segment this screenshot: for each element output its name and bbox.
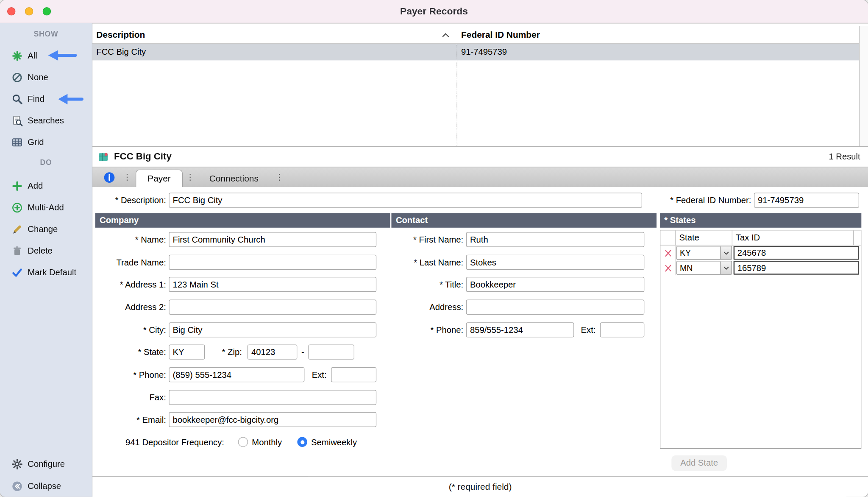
sidebar-section-show: SHOW <box>0 30 92 39</box>
plus-icon <box>11 180 22 191</box>
address1-label: * Address 1: <box>92 277 166 292</box>
address2-input[interactable] <box>169 300 376 315</box>
status-bar: (* required field) <box>92 476 868 497</box>
gear-icon <box>11 458 22 469</box>
sidebar-item-configure[interactable]: Configure <box>0 453 92 475</box>
contact-address-input[interactable] <box>466 300 645 315</box>
red-x-icon <box>664 248 672 257</box>
trade-name-input[interactable] <box>169 255 376 270</box>
sidebar-item-label: Collapse <box>28 481 61 491</box>
state-select-value: MN <box>677 261 720 274</box>
remove-state-button[interactable] <box>660 260 676 275</box>
zip-input[interactable] <box>248 344 298 359</box>
radio-monthly[interactable] <box>238 437 248 447</box>
sidebar-item-mark-default[interactable]: Mark Default <box>0 261 92 283</box>
tax-id-input[interactable] <box>734 261 859 275</box>
remove-state-button[interactable] <box>660 246 676 260</box>
contact-phone-ext-input[interactable] <box>600 322 644 337</box>
red-x-icon <box>664 263 672 272</box>
result-count: 1 Result <box>829 152 860 162</box>
contact-phone-ext-label: Ext: <box>563 322 595 337</box>
description-label: * Description: <box>92 193 166 208</box>
states-taxid-column-header: Tax ID <box>732 230 853 245</box>
column-header-federal-id[interactable]: Federal ID Number <box>457 30 868 40</box>
fax-input[interactable] <box>169 390 376 405</box>
column-header-label: Description <box>96 30 145 40</box>
contact-address-label: Address: <box>380 300 463 315</box>
city-label: * City: <box>92 322 166 337</box>
description-input[interactable] <box>169 193 642 208</box>
scrollbar-track[interactable] <box>859 26 868 146</box>
sidebar-item-label: Searches <box>28 115 64 126</box>
tab-connections[interactable]: Connections <box>197 170 271 188</box>
table-row-empty <box>92 127 859 143</box>
address1-input[interactable] <box>169 277 376 292</box>
company-phone-ext-input[interactable] <box>331 367 376 382</box>
federal-id-label: * Federal ID Number: <box>654 193 751 208</box>
email-label: * Email: <box>92 412 166 427</box>
title-input[interactable] <box>466 277 645 292</box>
sidebar-item-find[interactable]: Find <box>0 88 92 110</box>
record-title: FCC Big City <box>114 151 172 162</box>
sidebar-item-label: Change <box>28 224 58 234</box>
column-header-label: Federal ID Number <box>461 30 540 39</box>
state-select[interactable]: KY <box>676 246 732 260</box>
table-header-row: Description Federal ID Number <box>92 26 868 44</box>
table-row-empty <box>92 143 859 146</box>
last-name-label: * Last Name: <box>380 255 463 270</box>
sidebar-item-grid[interactable]: Grid <box>0 131 92 153</box>
sidebar-item-none[interactable]: None <box>0 67 92 88</box>
payer-record-icon <box>98 151 109 162</box>
sidebar-item-collapse[interactable]: Collapse <box>0 475 92 497</box>
record-header: FCC Big City 1 Result <box>92 147 868 167</box>
company-name-input[interactable] <box>169 232 376 247</box>
sidebar-item-label: All <box>28 51 37 61</box>
tab-payer[interactable]: Payer <box>136 170 183 188</box>
payer-form: * Description: * Federal ID Number: Comp… <box>92 187 868 476</box>
info-button[interactable] <box>103 167 115 187</box>
chevron-down-icon <box>720 246 731 259</box>
title-label: * Title: <box>380 277 463 292</box>
email-input[interactable] <box>169 412 376 427</box>
cell-federal-id: 91-7495739 <box>457 47 859 57</box>
table-row-empty <box>92 60 859 77</box>
federal-id-input[interactable] <box>754 193 859 208</box>
sidebar-item-delete[interactable]: Delete <box>0 240 92 262</box>
tab-separator: ⋮ <box>275 167 284 187</box>
add-state-button[interactable]: Add State <box>671 455 727 471</box>
sidebar-item-label: Configure <box>28 459 65 469</box>
zip-plus4-input[interactable] <box>309 344 354 359</box>
sidebar-item-searches[interactable]: Searches <box>0 110 92 131</box>
tax-id-input[interactable] <box>734 246 859 260</box>
sidebar-section-do: DO <box>0 159 92 167</box>
company-phone-input[interactable] <box>169 367 304 382</box>
sidebar-item-add[interactable]: Add <box>0 175 92 197</box>
grid-icon <box>11 137 22 148</box>
tab-separator: ⋮ <box>123 167 131 187</box>
cell-description: FCC Big City <box>92 44 457 60</box>
screen: Payer Records SHOW All None Find S <box>0 0 868 497</box>
trade-name-label: Trade Name: <box>92 255 166 270</box>
sidebar-item-change[interactable]: Change <box>0 218 92 240</box>
collapse-chevron-icon <box>11 480 22 491</box>
state-input[interactable] <box>169 344 205 359</box>
state-select[interactable]: MN <box>676 261 732 275</box>
titlebar: Payer Records <box>0 0 868 23</box>
city-input[interactable] <box>169 322 376 337</box>
sidebar-item-all[interactable]: All <box>0 45 92 67</box>
states-header-row: State Tax ID <box>660 230 861 245</box>
contact-phone-input[interactable] <box>466 322 574 337</box>
radio-semiweekly[interactable] <box>297 437 307 447</box>
radio-semiweekly-label: Semiweekly <box>311 435 357 450</box>
states-header-stub <box>853 230 861 245</box>
last-name-input[interactable] <box>466 255 645 270</box>
first-name-input[interactable] <box>466 232 645 247</box>
contact-phone-label: * Phone: <box>380 322 463 337</box>
main-panel: Description Federal ID Number FCC Big Ci… <box>92 23 868 497</box>
depositor-frequency-label: 941 Depositor Frequency: <box>92 435 224 450</box>
column-header-description[interactable]: Description <box>92 30 457 40</box>
sidebar-item-label: Mark Default <box>28 267 76 277</box>
sidebar-item-label: Grid <box>28 137 44 147</box>
table-row-selected[interactable]: FCC Big City 91-7495739 <box>92 44 859 60</box>
sidebar-item-multi-add[interactable]: Multi-Add <box>0 197 92 218</box>
